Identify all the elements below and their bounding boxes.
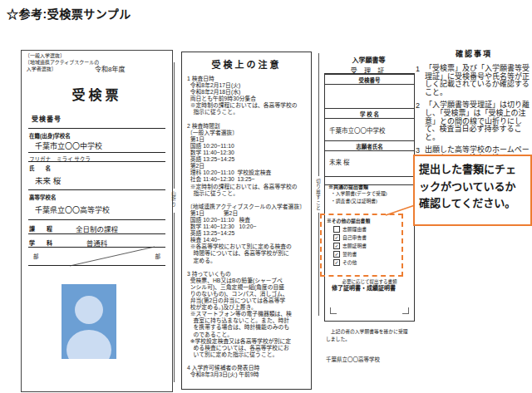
checkbox-label: 志願理由書 bbox=[342, 225, 367, 233]
receipt-exam-number-header: 受検番号 bbox=[325, 74, 414, 85]
club-label-left: 部 bbox=[33, 252, 39, 260]
item-text: 「入学願書等受理証」は切り離し、「受検票」は「受検上の注意」との間の線で山折りに… bbox=[425, 101, 532, 141]
divider bbox=[28, 233, 165, 234]
precautions-title: 受検上の注意 bbox=[182, 57, 311, 71]
cut-line-top bbox=[318, 53, 319, 176]
common-documents-title: ※共通の提出書類 bbox=[328, 183, 368, 190]
checkbox-label: 志願証明書 bbox=[342, 242, 367, 249]
name-label: 氏 名 bbox=[29, 164, 51, 172]
receipt-statement: 上記の者の入学願書等を確かに受理しました。 bbox=[326, 328, 411, 342]
item-number: 2 bbox=[416, 101, 422, 141]
mountain-fold-label: 山折り bbox=[170, 191, 177, 208]
other-documents-dashed-box: ※その他の提出書類 志願理由書 ✓ 自己申告書 ✓ 志願証明書 ✓ 誓約書 ✓ … bbox=[320, 214, 403, 277]
applicant-photo-placeholder bbox=[62, 284, 116, 359]
submitted-documents-box: ※共通の提出書類 ・入学願書(データで受理) ・調査書(又は証明書) ※その他の… bbox=[324, 176, 415, 322]
receipt-table: 受検番号 学 校 名 千葉市立〇〇中学校 志願者氏名 未来 桜 bbox=[324, 73, 415, 185]
common-documents-items: ・入学願書(データで受理) ・調査書(又は証明書) bbox=[331, 190, 387, 205]
checklist-item: ✓ 志願証明書 bbox=[333, 242, 367, 249]
receipt-school-header: 学 校 名 bbox=[325, 108, 414, 119]
divider bbox=[28, 189, 165, 190]
divider bbox=[28, 161, 165, 162]
stamp-corner-mark bbox=[330, 307, 337, 314]
checkbox-label: 自己申告書 bbox=[342, 233, 367, 241]
receipt-applicant-header: 志願者氏名 bbox=[325, 140, 414, 151]
cut-here-label: 切り離すこと bbox=[315, 179, 322, 211]
optional-documents-list: 修了証明書・成績証明書 bbox=[332, 285, 405, 292]
checklist-item: 志願理由書 bbox=[333, 225, 367, 233]
high-school-label: 高等学校名 bbox=[29, 193, 57, 201]
checkbox-icon: ✓ bbox=[333, 259, 340, 266]
checklist-item: ✓ その他 bbox=[333, 258, 357, 266]
receipt-school-value: 千葉市立〇〇中学校 bbox=[325, 119, 414, 140]
ticket-selection-note: 〔一般入学選抜〕 〔地域連携アクティブスクールの 入学者選抜〕 bbox=[25, 53, 99, 72]
precautions-body: 1 検査日時 令和8年2月17日(火) 令和8年2月18日(水) 両日とも午前9… bbox=[187, 76, 309, 378]
precautions-panel: 受検上の注意 1 検査日時 令和8年2月17日(火) 令和8年2月18日(水) … bbox=[181, 52, 312, 390]
optional-documents-title: 必要に応じて提出する書類 bbox=[325, 278, 414, 285]
item-number: 1 bbox=[416, 65, 422, 96]
checkbox-icon bbox=[333, 226, 340, 233]
checkbox-icon: ✓ bbox=[333, 243, 340, 249]
checkbox-icon: ✓ bbox=[333, 234, 340, 241]
checklist-item: ✓ 自己申告書 bbox=[333, 233, 367, 241]
receipt-exam-number-value bbox=[325, 85, 414, 108]
exam-number-label: 受検番号 bbox=[32, 114, 62, 123]
high-school-value: 千葉県立〇〇高等学校 bbox=[35, 204, 110, 215]
page-title: ☆参考:受検票サンプル bbox=[7, 5, 131, 22]
name-value: 未来 桜 bbox=[35, 174, 61, 186]
callout-box: 提出した書類にチェックがついているか確認してください。 bbox=[413, 155, 532, 226]
ticket-year: 令和8年度 bbox=[95, 64, 125, 73]
checkbox-icon: ✓ bbox=[333, 251, 340, 258]
divider bbox=[28, 219, 165, 220]
exam-ticket-panel: 〔一般入学選抜〕 〔地域連携アクティブスクールの 入学者選抜〕 令和8年度 受検… bbox=[21, 50, 173, 392]
divider bbox=[28, 265, 165, 266]
document-page: ☆参考:受検票サンプル 〔一般入学選抜〕 〔地域連携アクティブスクールの 入学者… bbox=[0, 0, 532, 393]
cut-line-bottom bbox=[318, 213, 319, 316]
checkbox-label: 誓約書 bbox=[342, 250, 357, 258]
fold-line-top bbox=[174, 62, 175, 189]
course-value: 全日制の課程 bbox=[22, 224, 172, 233]
item-text: 「受検票」及び「入学願書等受理証」に受検番号や氏名等が正しく記載されているか確認… bbox=[425, 65, 532, 96]
divider bbox=[28, 128, 165, 129]
checkbox-label: その他 bbox=[342, 258, 357, 266]
divider bbox=[28, 152, 165, 153]
confirmation-item: 1 「受検票」及び「入学願書等受理証」に受検番号や氏名等が正しく記載されているか… bbox=[416, 65, 532, 96]
fold-line-bottom bbox=[174, 213, 175, 382]
origin-school-value: 千葉市立〇〇中学校 bbox=[35, 140, 102, 151]
confirmation-panel: 確認事項 1 「受検票」及び「入学願書等受理証」に受検番号や氏名等が正しく記載さ… bbox=[416, 48, 532, 168]
club-label-right: 部 bbox=[155, 252, 161, 260]
divider bbox=[28, 247, 165, 248]
confirmation-title: 確認事項 bbox=[416, 48, 532, 59]
receiving-school: 千葉県立〇〇高等学校 bbox=[326, 355, 380, 363]
confirmation-item: 2 「入学願書等受理証」は切り離し、「受検票」は「受検上の注意」との間の線で山折… bbox=[416, 101, 532, 141]
stamp-corner-mark bbox=[402, 307, 409, 314]
receipt-title: 入学願書等 bbox=[324, 55, 413, 64]
ticket-title: 受検票 bbox=[22, 84, 172, 104]
checklist-item: ✓ 誓約書 bbox=[333, 250, 357, 258]
other-documents-title: ※その他の提出書類 bbox=[327, 217, 370, 224]
origin-school-label: 在籍(出身)学校名 bbox=[29, 131, 71, 140]
